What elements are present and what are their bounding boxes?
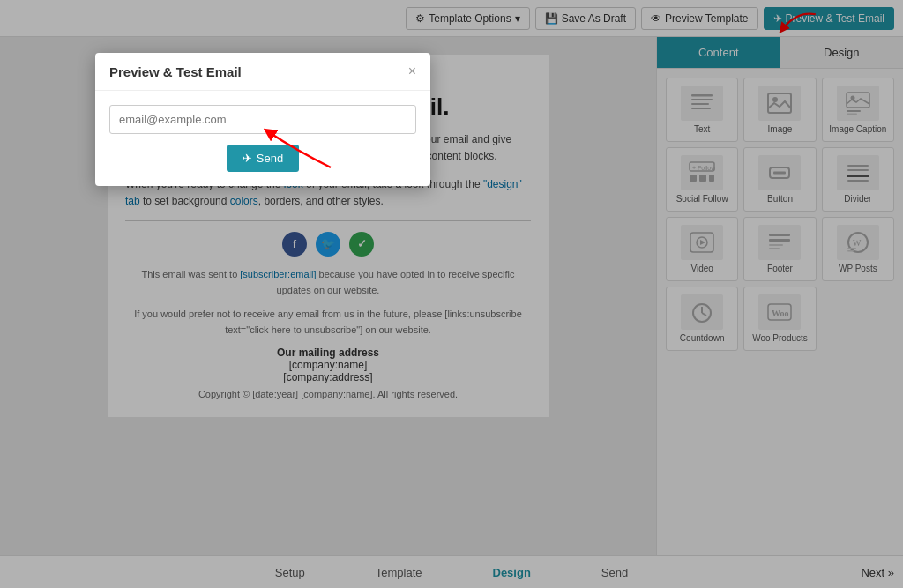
modal-body: ✈ Send [95,91,430,186]
send-button-label: Send [257,152,283,165]
send-button[interactable]: ✈ Send [227,145,299,172]
modal-title: Preview & Test Email [109,64,242,79]
modal-close-button[interactable]: × [408,63,416,79]
modal-header: Preview & Test Email × [95,53,430,91]
send-plane-icon: ✈ [243,152,252,165]
email-input[interactable] [109,105,416,134]
modal-overlay[interactable]: Preview & Test Email × ✈ Send [0,0,903,588]
preview-test-email-modal: Preview & Test Email × ✈ Send [95,53,430,186]
